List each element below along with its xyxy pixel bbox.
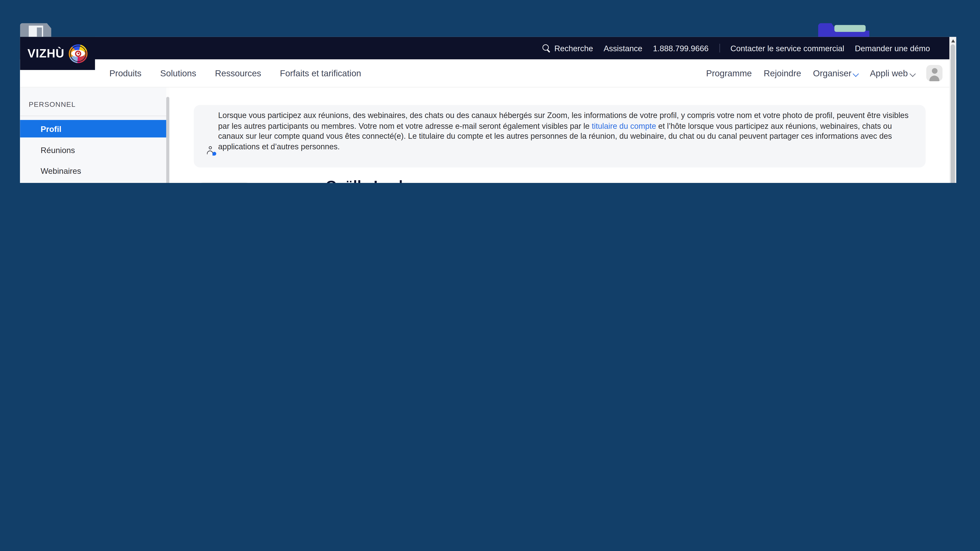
assistance-link[interactable]: Assistance: [604, 43, 642, 53]
nav-right: Programme Rejoindre Organiser Appli web: [706, 65, 943, 81]
desktop-folder-paper: [834, 25, 866, 32]
nav-ressources[interactable]: Ressources: [215, 68, 261, 78]
nav-organiser[interactable]: Organiser: [813, 68, 858, 78]
brand-name: VIZHÙ: [28, 46, 65, 60]
sidebar-list: Réunions Webinaires Téléphone Contacts p…: [20, 140, 169, 183]
nav-forfaits[interactable]: Forfaits et tarification: [280, 68, 361, 78]
floppy-disk-icon: [20, 23, 51, 37]
browser-window: Recherche Assistance 1.888.799.9666 Cont…: [20, 37, 956, 183]
chevron-down-icon: [853, 70, 859, 76]
sidebar-section-personnel: PERSONNEL: [29, 100, 76, 108]
search-label: Recherche: [554, 43, 593, 53]
nav-produits[interactable]: Produits: [109, 68, 142, 78]
profile-name: Gaëlle Leclerc: [326, 178, 425, 183]
nav-appli-web[interactable]: Appli web: [870, 68, 915, 78]
contact-sales-link[interactable]: Contacter le service commercial: [730, 43, 844, 53]
scroll-up-arrow[interactable]: [951, 40, 955, 43]
nav-left: Produits Solutions Ressources Forfaits e…: [109, 68, 361, 78]
person-privacy-icon: [207, 146, 216, 155]
user-avatar[interactable]: [926, 65, 942, 81]
search-icon: [542, 44, 550, 52]
sidebar-item-telephone[interactable]: Téléphone: [20, 181, 169, 183]
sidebar-item-profil[interactable]: Profil: [20, 120, 169, 137]
sidebar-scrollbar-thumb[interactable]: [166, 97, 169, 183]
nav-rejoindre[interactable]: Rejoindre: [764, 68, 801, 78]
account-owner-link[interactable]: titulaire du compte: [592, 122, 656, 130]
sidebar: PERSONNEL Profil Réunions Webinaires Tél…: [20, 87, 169, 183]
phone-number[interactable]: 1.888.799.9666: [653, 43, 709, 53]
sidebar-divider: [20, 116, 169, 116]
eye-icon: [68, 44, 88, 63]
brand-logo[interactable]: VIZHÙ: [20, 37, 95, 70]
chevron-down-icon: [910, 70, 915, 76]
search-button[interactable]: Recherche: [542, 43, 593, 53]
page-content: PERSONNEL Profil Réunions Webinaires Tél…: [20, 87, 949, 183]
request-demo-link[interactable]: Demander une démo: [855, 43, 930, 53]
topbar-divider: [719, 44, 720, 52]
desktop: Recherche Assistance 1.888.799.9666 Cont…: [0, 0, 980, 183]
profile-avatar[interactable]: [194, 183, 255, 183]
nav-solutions[interactable]: Solutions: [160, 68, 196, 78]
privacy-banner: Lorsque vous participez aux réunions, de…: [194, 105, 926, 167]
scrollbar-thumb[interactable]: [951, 44, 955, 183]
page-scrollbar[interactable]: [949, 37, 956, 183]
nav-programme[interactable]: Programme: [706, 68, 752, 78]
sidebar-item-reunions[interactable]: Réunions: [20, 140, 169, 160]
main-panel: Lorsque vous participez aux réunions, de…: [169, 87, 949, 183]
main-nav: Produits Solutions Ressources Forfaits e…: [20, 59, 949, 87]
sidebar-item-webinaires[interactable]: Webinaires: [20, 160, 169, 181]
privacy-banner-text: Lorsque vous participez aux réunions, de…: [218, 111, 914, 152]
site-topbar: Recherche Assistance 1.888.799.9666 Cont…: [20, 37, 956, 59]
